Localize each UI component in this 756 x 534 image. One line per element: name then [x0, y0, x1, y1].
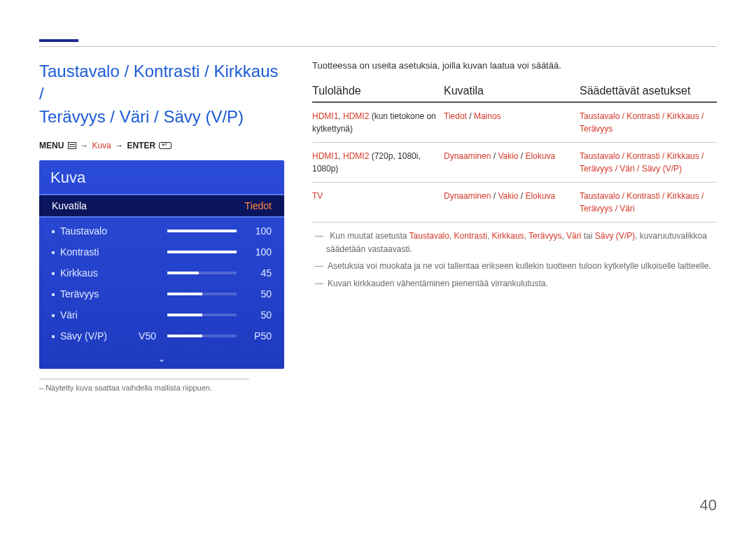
osd-item-slider[interactable] — [167, 230, 237, 232]
intro-text: Tuotteessa on useita asetuksia, joilla k… — [312, 60, 717, 71]
osd-item-kontrasti[interactable]: Kontrasti100 — [39, 241, 284, 262]
menu-path-enter: ENTER — [127, 141, 155, 150]
osd-item-slider[interactable] — [167, 314, 237, 316]
cell-source: HDMI1, HDMI2 (720p, 1080i, 1080p) — [312, 150, 444, 175]
osd-item-label: Kirkkaus — [52, 268, 129, 278]
cell-source: HDMI1, HDMI2 (kun tietokone on kytkettyn… — [312, 110, 444, 135]
note-1-hl2: Kontrasti — [454, 231, 487, 241]
note-1-hl5: Väri — [566, 231, 581, 241]
cell-settings: Taustavalo / Kontrasti / Kirkkaus / Terä… — [580, 150, 717, 175]
note-1-hl1: Taustavalo — [410, 231, 449, 241]
table-body: HDMI1, HDMI2 (kun tietokone on kytkettyn… — [312, 103, 717, 223]
top-divider — [39, 46, 717, 47]
osd-kuvatila-value: Tiedot — [245, 201, 272, 211]
osd-item-label: Kontrasti — [52, 247, 129, 257]
note-1-hl4: Terävyys — [528, 231, 561, 241]
osd-item-v-ri[interactable]: Väri50 — [39, 304, 284, 325]
note-1-hl6: Sävy (V/P) — [595, 231, 635, 241]
table-row: TVDynaaminen / Vakio / ElokuvaTaustavalo… — [312, 183, 717, 223]
osd-item-label: Terävyys — [52, 289, 129, 299]
settings-table: Tulolähde Kuvatila Säädettävät asetukset… — [312, 85, 717, 223]
menu-path-menu: MENU — [39, 141, 64, 150]
note-2: Asetuksia voi muokata ja ne voi tallenta… — [326, 260, 717, 273]
osd-item-value: 100 — [244, 226, 272, 236]
note-1-text: Kun muutat asetusta — [330, 231, 409, 241]
note-3: Kuvan kirkkauden vähentäminen pienentää … — [326, 277, 717, 290]
osd-kuvatila-row[interactable]: Kuvatila Tiedot — [39, 194, 284, 218]
cell-mode: Dynaaminen / Vakio / Elokuva — [444, 190, 580, 215]
cell-mode: Tiedot / Mainos — [444, 110, 580, 135]
osd-kuvatila-label: Kuvatila — [52, 201, 87, 211]
menu-path: MENU → Kuva → ENTER — [39, 141, 284, 150]
arrow-1: → — [80, 141, 88, 150]
osd-item-kirkkaus[interactable]: Kirkkaus45 — [39, 262, 284, 283]
osd-item-label: Väri — [52, 310, 129, 320]
page-title-line2: Terävyys / Väri / Sävy (V/P) — [39, 107, 244, 126]
panel-footnote-divider — [39, 379, 249, 379]
note-1-t6: tai — [581, 231, 594, 241]
osd-panel: Kuva Kuvatila Tiedot Taustavalo100Kontra… — [39, 160, 284, 369]
note-1-hl3: Kirkkaus — [492, 231, 524, 241]
th-kuvatila: Kuvatila — [444, 85, 580, 97]
arrow-2: → — [115, 141, 123, 150]
osd-item-prevalue: V50 — [129, 331, 160, 341]
notes-list: Kun muutat asetusta Taustavalo, Kontrast… — [312, 230, 717, 290]
page-title: Taustavalo / Kontrasti / Kirkkaus / Terä… — [39, 60, 284, 128]
menu-path-kuva: Kuva — [92, 141, 111, 150]
osd-item-label: Taustavalo — [52, 226, 129, 236]
panel-footnote: – Näytetty kuva saattaa vaihdella mallis… — [39, 384, 284, 392]
note-1: Kun muutat asetusta Taustavalo, Kontrast… — [326, 230, 717, 255]
page-title-line1: Taustavalo / Kontrasti / Kirkkaus / — [39, 62, 278, 103]
osd-item-slider[interactable] — [167, 251, 237, 253]
osd-item-value: P50 — [244, 331, 272, 341]
th-asetukset: Säädettävät asetukset — [580, 85, 717, 97]
enter-icon — [159, 142, 172, 149]
osd-list: Taustavalo100Kontrasti100Kirkkaus45Teräv… — [39, 218, 284, 353]
note-1-t3: , — [487, 231, 492, 241]
osd-item-slider[interactable] — [167, 335, 237, 337]
osd-item-ter-vyys[interactable]: Terävyys50 — [39, 283, 284, 304]
chevron-down-icon[interactable]: ⌄ — [39, 353, 284, 369]
osd-item-s-vy-v-p-[interactable]: Sävy (V/P)V50P50 — [39, 325, 284, 346]
cell-source: TV — [312, 190, 444, 215]
osd-item-slider[interactable] — [167, 293, 237, 295]
table-header-row: Tulolähde Kuvatila Säädettävät asetukset — [312, 85, 717, 103]
osd-item-value: 50 — [244, 289, 272, 299]
osd-item-slider[interactable] — [167, 272, 237, 274]
cell-settings: Taustavalo / Kontrasti / Kirkkaus / Terä… — [580, 110, 717, 135]
section-tab-indicator — [39, 39, 78, 42]
cell-settings: Taustavalo / Kontrasti / Kirkkaus / Terä… — [580, 190, 717, 215]
th-tulolahde: Tulolähde — [312, 85, 444, 97]
osd-item-value: 45 — [244, 268, 272, 278]
osd-item-label: Sävy (V/P) — [52, 331, 129, 341]
table-row: HDMI1, HDMI2 (720p, 1080i, 1080p)Dynaami… — [312, 143, 717, 183]
cell-mode: Dynaaminen / Vakio / Elokuva — [444, 150, 580, 175]
osd-item-value: 100 — [244, 247, 272, 257]
page-number: 40 — [700, 496, 717, 514]
osd-item-taustavalo[interactable]: Taustavalo100 — [39, 220, 284, 241]
osd-panel-title: Kuva — [39, 160, 284, 194]
menu-icon — [68, 142, 76, 149]
osd-item-value: 50 — [244, 310, 272, 320]
table-row: HDMI1, HDMI2 (kun tietokone on kytkettyn… — [312, 103, 717, 143]
note-1-t2: , — [449, 231, 454, 241]
